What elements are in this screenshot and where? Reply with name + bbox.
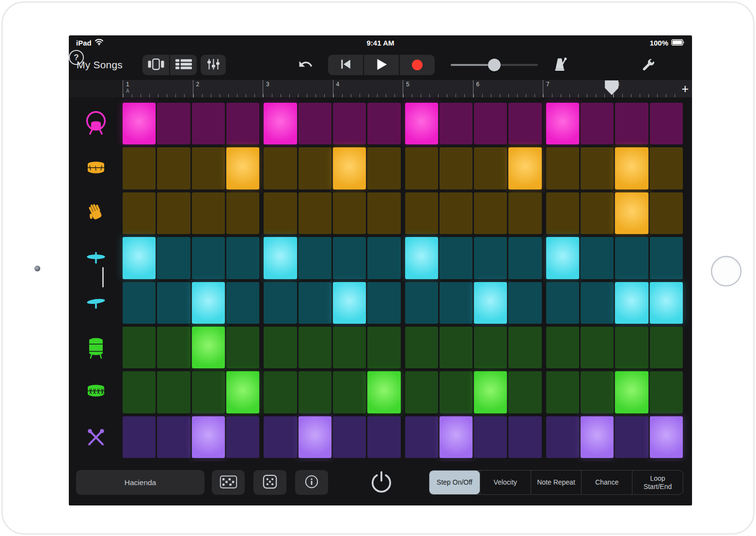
pad-hi-hat-step-2[interactable] [157,237,190,279]
pad-snare-2-step-9[interactable] [405,371,438,413]
pad-clap-step-9[interactable] [405,192,438,234]
volume-slider[interactable] [451,63,538,67]
pad-kick-step-15[interactable] [615,103,648,144]
pad-cymbal-step-10[interactable] [440,282,472,324]
pad-cymbal-step-3[interactable] [192,282,225,324]
pad-sticks-step-13[interactable] [546,416,579,458]
pad-tom-step-12[interactable] [508,327,541,368]
play-button[interactable] [363,55,399,75]
pad-clap-step-3[interactable] [192,192,225,234]
metronome-button[interactable] [551,56,569,74]
pad-kick-step-7[interactable] [333,103,366,144]
pad-hi-hat-step-14[interactable] [581,237,614,279]
pad-snare-2-step-4[interactable] [226,371,259,413]
pad-snare-step-12[interactable] [508,147,541,189]
pad-tom-step-11[interactable] [474,327,507,368]
clap-hand-icon[interactable] [69,192,123,234]
pad-cymbal-step-5[interactable] [264,282,297,324]
pad-sticks-step-14[interactable] [581,416,614,458]
slider-thumb[interactable] [488,59,501,71]
ruler-beat-4[interactable]: 4 [333,80,403,97]
pad-clap-step-1[interactable] [123,192,156,234]
mode-velocity[interactable]: Velocity [480,471,531,494]
mixer-button[interactable] [201,55,226,75]
pad-sticks-step-4[interactable] [226,416,259,458]
ruler-beat-1[interactable]: 1A [123,80,193,97]
pad-snare-step-13[interactable] [546,147,579,189]
pad-tom-step-3[interactable] [192,327,225,368]
pad-clap-step-15[interactable] [615,192,648,234]
dice-button[interactable] [253,470,286,495]
pad-clap-step-8[interactable] [367,192,400,234]
power-button[interactable] [365,469,397,498]
ruler-beat-8[interactable]: 8 [613,80,683,97]
pad-kick-step-1[interactable] [123,103,156,144]
pad-snare-step-16[interactable] [650,147,683,189]
floor-tom-icon[interactable] [69,327,123,368]
pad-snare-2-step-11[interactable] [474,371,507,413]
pad-tom-step-16[interactable] [650,327,683,368]
pad-sticks-step-3[interactable] [192,416,225,458]
pad-snare-2-step-14[interactable] [581,371,614,413]
pattern-name-button[interactable]: Hacienda [76,470,205,495]
pad-snare-step-15[interactable] [615,147,648,189]
pad-hi-hat-step-5[interactable] [264,237,297,279]
pad-hi-hat-step-10[interactable] [440,237,472,279]
pad-sticks-step-12[interactable] [508,416,541,458]
home-button[interactable] [711,256,741,286]
pad-clap-step-13[interactable] [546,192,579,234]
pad-kick-step-10[interactable] [440,103,472,144]
ruler-beat-7[interactable]: 7 [543,80,613,97]
pad-snare-step-2[interactable] [157,147,190,189]
pad-clap-step-10[interactable] [440,192,472,234]
tracks-view-button[interactable] [170,55,197,75]
pad-snare-step-11[interactable] [474,147,507,189]
drumsticks-icon[interactable] [69,416,123,458]
pad-snare-2-step-10[interactable] [440,371,472,413]
pad-tom-step-7[interactable] [333,327,366,368]
pad-cymbal-step-14[interactable] [581,282,614,324]
pad-clap-step-14[interactable] [581,192,614,234]
pad-kick-step-12[interactable] [508,103,541,144]
pad-snare-2-step-5[interactable] [264,371,297,413]
pad-hi-hat-step-12[interactable] [508,237,541,279]
hihat-cymbal-icon[interactable] [69,237,123,279]
pad-snare-step-8[interactable] [367,147,400,189]
pad-snare-step-7[interactable] [333,147,366,189]
pad-snare-2-step-13[interactable] [546,371,579,413]
pad-cymbal-step-13[interactable] [546,282,579,324]
pad-sticks-step-8[interactable] [367,416,400,458]
pad-kick-step-16[interactable] [650,103,683,144]
pad-snare-step-1[interactable] [123,147,156,189]
pad-cymbal-step-2[interactable] [157,282,190,324]
ruler-beat-5[interactable]: 5 [403,80,473,97]
pad-tom-step-10[interactable] [440,327,472,368]
pad-snare-2-step-12[interactable] [508,371,541,413]
record-button[interactable] [399,55,435,75]
pad-kick-step-13[interactable] [546,103,579,144]
kick-drum-icon[interactable] [69,103,123,144]
pad-kick-step-5[interactable] [264,103,297,144]
pad-tom-step-9[interactable] [405,327,438,368]
pad-hi-hat-step-16[interactable] [650,237,683,279]
pad-snare-step-6[interactable] [299,147,331,189]
pad-clap-step-6[interactable] [299,192,331,234]
pad-sticks-step-11[interactable] [474,416,507,458]
pad-cymbal-step-8[interactable] [367,282,400,324]
pad-hi-hat-step-8[interactable] [367,237,400,279]
pad-clap-step-2[interactable] [157,192,190,234]
pad-kick-step-4[interactable] [226,103,259,144]
pad-snare-2-step-8[interactable] [367,371,400,413]
pad-cymbal-step-16[interactable] [650,282,683,324]
pad-sticks-step-10[interactable] [440,416,472,458]
pad-hi-hat-step-6[interactable] [299,237,331,279]
pad-cymbal-step-7[interactable] [333,282,366,324]
pad-clap-step-5[interactable] [264,192,297,234]
pad-snare-step-3[interactable] [192,147,225,189]
pad-kick-step-3[interactable] [192,103,225,144]
pad-tom-step-14[interactable] [581,327,614,368]
pad-snare-step-5[interactable] [264,147,297,189]
pad-tom-step-13[interactable] [546,327,579,368]
pad-sticks-step-5[interactable] [264,416,297,458]
pad-tom-step-1[interactable] [123,327,156,368]
